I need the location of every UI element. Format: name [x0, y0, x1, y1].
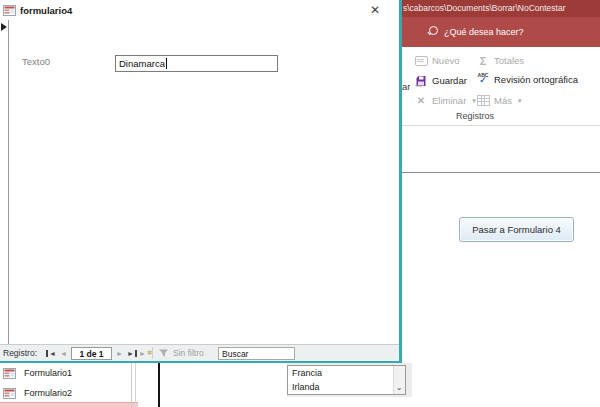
previous-record-button[interactable]: ◄: [60, 345, 67, 361]
record-selector-arrow: [1, 23, 7, 31]
pasar-a-formulario4-button[interactable]: Pasar a Formulario 4: [459, 217, 574, 242]
search-icon: [429, 26, 438, 35]
close-icon[interactable]: ✕: [367, 2, 383, 18]
list-item[interactable]: Irlanda: [288, 380, 405, 394]
nav-pane-selected-item-edge: [0, 402, 138, 407]
record-navigation-bar: Registro: ◄ ◄ 1 de 1 ► ► ► ✱ Sin filtro …: [0, 344, 399, 361]
form-window-top-edge: [399, 172, 600, 173]
new-record-icon: [414, 54, 428, 67]
delete-icon: ✕: [414, 94, 428, 107]
filter-status-label[interactable]: Sin filtro: [173, 345, 204, 361]
totals-button[interactable]: Σ Totales: [476, 53, 524, 68]
ribbon-divider: [399, 125, 600, 126]
more-button[interactable]: Más ▾: [476, 93, 521, 108]
new-blank-record-button[interactable]: ► ✱: [139, 345, 153, 361]
tell-me-search[interactable]: ¿Qué desea hacer?: [444, 27, 524, 37]
chevron-down-icon[interactable]: ▾: [518, 97, 522, 105]
texto0-field[interactable]: Dinamarca: [115, 55, 278, 72]
spell-check-icon: ABC ✓: [476, 73, 490, 86]
nav-divider: [152, 347, 153, 359]
search-input[interactable]: Buscar: [218, 347, 295, 360]
delete-button[interactable]: ✕ Eliminar ▾: [414, 93, 476, 108]
listbox-scrollbar[interactable]: ⌄: [393, 366, 405, 394]
next-record-button[interactable]: ►: [116, 345, 123, 361]
new-record-button[interactable]: Nuevo: [414, 53, 459, 68]
text-cursor: [166, 58, 167, 69]
dialog-titlebar[interactable]: formulario4 ✕: [0, 0, 399, 20]
list-item[interactable]: Francia: [288, 366, 405, 380]
first-record-icon: [46, 350, 48, 357]
ribbon-group-registros: Registros: [430, 111, 520, 121]
last-record-icon: [135, 350, 137, 357]
grid-icon: [476, 94, 490, 107]
sum-icon: Σ: [476, 54, 490, 67]
form-icon: [3, 388, 16, 399]
record-position-box[interactable]: 1 de 1: [71, 347, 112, 360]
record-selector-divider: [8, 20, 9, 344]
nav-pane-border: [131, 363, 132, 407]
nav-pane-border: [135, 363, 136, 407]
save-button[interactable]: Guardar: [414, 73, 467, 88]
dialog-title: formulario4: [20, 5, 72, 16]
spell-check-button[interactable]: ABC ✓ Revisión ortográfica: [476, 72, 578, 87]
form-icon: [3, 5, 16, 16]
filter-icon: [158, 345, 169, 361]
nav-pane-item-formulario1[interactable]: Formulario1: [3, 366, 72, 380]
form-icon: [3, 368, 16, 379]
window-title-path: s\cabarcos\Documents\Borrar\NoContestar: [403, 3, 599, 13]
last-record-button[interactable]: ►: [127, 345, 137, 361]
texto0-label: Texto0: [22, 56, 50, 67]
first-record-button[interactable]: ◄: [46, 345, 56, 361]
country-listbox[interactable]: Francia Irlanda ⌄: [287, 365, 406, 395]
formulario4-dialog: formulario4 ✕ Texto0 Dinamarca Registro:…: [0, 0, 402, 363]
scroll-down-icon[interactable]: ⌄: [394, 383, 404, 393]
nav-pane-item-formulario2[interactable]: Formulario2: [3, 386, 72, 400]
clipped-ribbon-text: ar: [402, 81, 410, 92]
form-window-left-edge: [158, 363, 160, 407]
save-icon: [414, 74, 428, 87]
record-nav-label: Registro:: [3, 345, 37, 361]
